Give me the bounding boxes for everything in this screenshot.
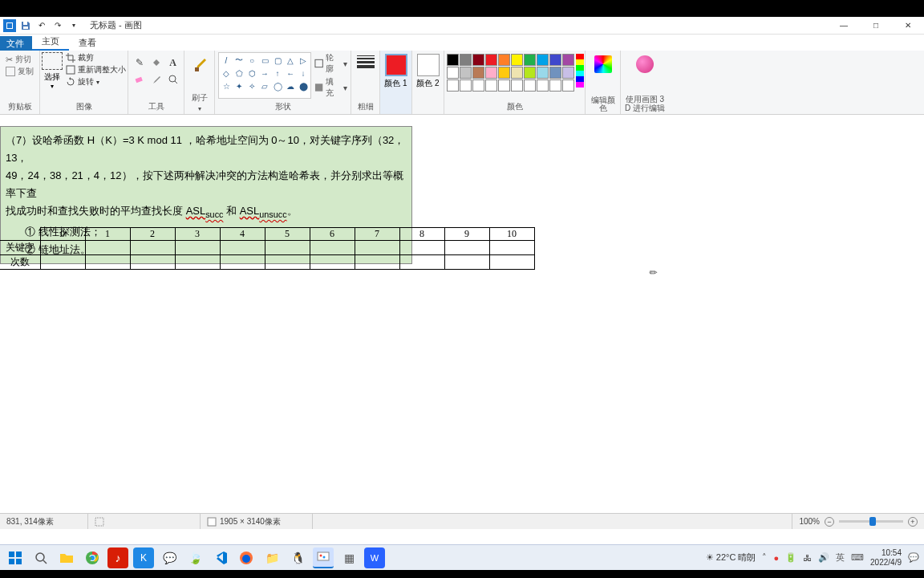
- palette-swatch[interactable]: [562, 67, 574, 79]
- rainbow-column[interactable]: [576, 52, 584, 93]
- palette-swatch[interactable]: [524, 79, 536, 92]
- shape-outline-button[interactable]: 轮廓▾: [314, 52, 347, 75]
- palette-swatch[interactable]: [511, 67, 523, 79]
- battery-icon[interactable]: 🔋: [785, 552, 796, 563]
- vscode-icon[interactable]: [210, 547, 231, 568]
- cut-button[interactable]: ✂剪切: [6, 54, 34, 65]
- file-menu[interactable]: 文件: [0, 36, 32, 51]
- stroke-width-button[interactable]: [354, 52, 378, 71]
- crop-button[interactable]: 裁剪: [66, 52, 126, 63]
- maximize-button[interactable]: □: [860, 17, 892, 35]
- palette-swatch[interactable]: [511, 54, 523, 66]
- search-button[interactable]: [30, 547, 51, 568]
- qat-dropdown-icon[interactable]: ▾: [67, 19, 80, 32]
- palette-swatch[interactable]: [562, 79, 574, 92]
- palette-swatch[interactable]: [447, 54, 459, 66]
- palette-swatch[interactable]: [537, 54, 549, 66]
- brush-tool[interactable]: [187, 52, 213, 78]
- save-icon[interactable]: [19, 19, 32, 32]
- tab-home[interactable]: 主页: [32, 34, 69, 51]
- text-tool[interactable]: A: [166, 55, 180, 70]
- zoom-out-button[interactable]: −: [825, 517, 834, 527]
- zoom-in-button[interactable]: +: [908, 517, 918, 527]
- app-icon-blue[interactable]: K: [133, 547, 154, 568]
- rotate-button[interactable]: 旋转▾: [66, 76, 126, 88]
- tray-icon[interactable]: ●: [773, 553, 779, 563]
- palette-swatch[interactable]: [537, 67, 549, 79]
- table-cell: [265, 255, 310, 270]
- palette-swatch[interactable]: [498, 54, 510, 66]
- palette-swatch[interactable]: [524, 54, 536, 66]
- canvas[interactable]: （7）设哈希函数 H（K）=3 K mod 11 ，哈希地址空间为 0～10，对…: [0, 115, 924, 513]
- palette-swatch[interactable]: [537, 79, 549, 92]
- palette-swatch[interactable]: [460, 79, 472, 92]
- palette-swatch[interactable]: [549, 54, 561, 66]
- table-cell: 5: [265, 228, 310, 241]
- shapes-gallery[interactable]: /〜○▭▢△▷ ◇⬠⬡→↑←↓ ☆✦✧▱◯☁⬤: [218, 52, 311, 99]
- color2-button[interactable]: [417, 54, 440, 76]
- firefox-icon[interactable]: [236, 547, 257, 568]
- palette-swatch[interactable]: [549, 79, 561, 92]
- pencil-tool[interactable]: ✎: [132, 55, 147, 70]
- paint3d-button[interactable]: [633, 52, 657, 76]
- palette-swatch[interactable]: [498, 79, 510, 92]
- palette-swatch[interactable]: [447, 79, 459, 92]
- netease-icon[interactable]: ♪: [107, 547, 128, 568]
- edit-colors-button[interactable]: [591, 52, 615, 76]
- notifications-icon[interactable]: 💬: [908, 552, 919, 563]
- weather-widget[interactable]: ☀ 22°C 晴朗: [706, 552, 756, 564]
- palette-swatch[interactable]: [524, 67, 536, 79]
- leaf-icon[interactable]: 🍃: [184, 547, 205, 568]
- picker-tool[interactable]: [149, 72, 164, 87]
- magnifier-tool[interactable]: [166, 72, 180, 87]
- redo-icon[interactable]: ↷: [51, 19, 64, 32]
- close-button[interactable]: ✕: [892, 17, 924, 35]
- explorer-icon[interactable]: [56, 547, 77, 568]
- tab-view[interactable]: 查看: [69, 35, 106, 51]
- chrome-icon[interactable]: [82, 547, 103, 568]
- palette-swatch[interactable]: [472, 79, 484, 92]
- qq-icon[interactable]: 🐧: [287, 547, 308, 568]
- palette-swatch[interactable]: [472, 54, 484, 66]
- palette-swatch[interactable]: [447, 67, 459, 79]
- palette-swatch[interactable]: [562, 54, 574, 66]
- app-icon-a[interactable]: 📁: [261, 547, 282, 568]
- table-cell: [40, 255, 85, 270]
- palette-swatch[interactable]: [460, 54, 472, 66]
- palette-swatch[interactable]: [485, 54, 497, 66]
- network-icon[interactable]: 🖧: [803, 553, 812, 563]
- eraser-tool[interactable]: [132, 72, 147, 87]
- color1-button[interactable]: [385, 54, 407, 76]
- palette-swatch[interactable]: [485, 67, 497, 79]
- ime-icon[interactable]: ⌨: [851, 552, 864, 563]
- palette-swatch[interactable]: [472, 67, 484, 79]
- volume-icon[interactable]: 🔊: [818, 552, 829, 563]
- clock[interactable]: 10:54 2022/4/9: [870, 548, 902, 568]
- selection-size: [88, 514, 201, 529]
- palette-swatch[interactable]: [498, 67, 510, 79]
- copy-button[interactable]: 复制: [6, 66, 34, 77]
- shape-fill-button[interactable]: 填充▾: [314, 76, 347, 99]
- select-tool[interactable]: 选择 ▾: [42, 52, 63, 90]
- palette-swatch[interactable]: [511, 79, 523, 92]
- wps-icon[interactable]: W: [364, 547, 385, 568]
- wechat-icon[interactable]: 💬: [159, 547, 180, 568]
- edit-colors-label: 编辑颜色: [589, 96, 617, 112]
- color-palette[interactable]: [445, 52, 576, 93]
- paint-taskbar-icon[interactable]: [313, 547, 334, 568]
- palette-swatch[interactable]: [549, 67, 561, 79]
- app-icon-b[interactable]: ▦: [338, 547, 359, 568]
- resize-button[interactable]: 重新调整大小: [66, 64, 126, 75]
- zoom-slider[interactable]: [839, 520, 903, 523]
- start-button[interactable]: [5, 547, 26, 568]
- tray-chevron-icon[interactable]: ˄: [762, 552, 767, 563]
- table-cell: [399, 255, 444, 270]
- minimize-button[interactable]: —: [828, 17, 860, 35]
- palette-swatch[interactable]: [460, 67, 472, 79]
- ime-indicator[interactable]: 英: [836, 552, 845, 564]
- undo-icon[interactable]: ↶: [35, 19, 48, 32]
- svg-point-22: [242, 555, 250, 563]
- canvas-size: 1905 × 3140像素: [201, 514, 313, 529]
- fill-tool[interactable]: [149, 55, 164, 70]
- palette-swatch[interactable]: [485, 79, 497, 92]
